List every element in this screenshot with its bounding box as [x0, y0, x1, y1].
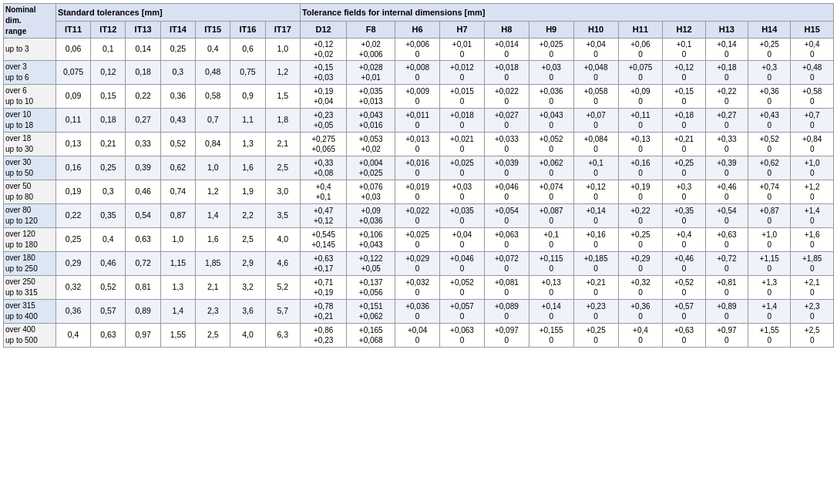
- h9-value: +0,0360: [529, 85, 573, 109]
- d12-value: +0,78+0,21: [300, 300, 346, 324]
- header-h9: H9: [529, 21, 573, 39]
- it-value: 0,52: [160, 133, 195, 156]
- it-value: 0,22: [55, 204, 90, 228]
- it-value: 0,21: [91, 133, 126, 156]
- h14-value: +1,550: [748, 324, 791, 348]
- f8-value: +0,043+0,016: [347, 109, 395, 133]
- h12-value: +0,150: [663, 85, 705, 109]
- it-value: 2,5: [196, 324, 230, 348]
- it-value: 4,0: [230, 324, 265, 348]
- it-value: 0,4: [55, 324, 90, 348]
- it-value: 1,4: [196, 204, 230, 228]
- h7-value: +0,0350: [440, 204, 485, 228]
- header-h8: H8: [484, 21, 529, 39]
- h8-value: +0,0180: [484, 61, 529, 85]
- h6-value: +0,0290: [395, 252, 440, 276]
- h7-value: +0,030: [440, 180, 485, 204]
- table-row: over 120up to 1800,250,40,631,01,62,54,0…: [4, 228, 834, 252]
- it-value: 0,54: [126, 204, 160, 228]
- it-value: 0,25: [55, 228, 90, 252]
- f8-value: +0,106+0,043: [347, 228, 395, 252]
- it-value: 0,27: [126, 109, 160, 133]
- h9-value: +0,0430: [529, 109, 573, 133]
- h13-value: +0,970: [705, 324, 748, 348]
- h12-value: +0,180: [663, 109, 705, 133]
- h14-value: +0,520: [748, 133, 791, 156]
- h14-value: +1,150: [748, 252, 791, 276]
- it-value: 0,075: [55, 61, 90, 85]
- table-row: over 18up to 300,130,210,330,520,841,32,…: [4, 133, 834, 156]
- h6-value: +0,0080: [395, 61, 440, 85]
- h11-value: +0,0750: [618, 61, 663, 85]
- h10-value: +0,0580: [573, 85, 618, 109]
- header-it12: IT12: [91, 21, 126, 39]
- h12-value: +0,570: [663, 300, 705, 324]
- header-it11: IT11: [55, 21, 90, 39]
- header-standard-tolerances: Standard tolerances [mm]: [55, 4, 300, 22]
- dim-range-cell: over 50up to 80: [4, 180, 56, 204]
- it-value: 6,3: [265, 324, 300, 348]
- h14-value: +0,430: [748, 109, 791, 133]
- h8-value: +0,0890: [484, 300, 529, 324]
- h14-value: +0,360: [748, 85, 791, 109]
- h12-value: +0,630: [663, 324, 705, 348]
- h6-value: +0,0160: [395, 156, 440, 180]
- it-value: 1,3: [230, 133, 265, 156]
- header-f8: F8: [347, 21, 395, 39]
- it-value: 0,1: [91, 39, 126, 61]
- it-value: 1,1: [230, 109, 265, 133]
- it-value: 0,4: [91, 228, 126, 252]
- it-value: 1,6: [196, 228, 230, 252]
- dim-range-cell: over 18up to 30: [4, 133, 56, 156]
- it-value: 0,81: [126, 276, 160, 300]
- h13-value: +0,270: [705, 109, 748, 133]
- it-value: 0,25: [160, 39, 195, 61]
- f8-value: +0,09+0,036: [347, 204, 395, 228]
- h15-value: +1,20: [791, 180, 834, 204]
- it-value: 0,46: [91, 252, 126, 276]
- h6-value: +0,0110: [395, 109, 440, 133]
- header-h6: H6: [395, 21, 440, 39]
- h14-value: +0,740: [748, 180, 791, 204]
- h10-value: +0,210: [573, 276, 618, 300]
- header-it16: IT16: [230, 21, 265, 39]
- it-value: 1,8: [265, 109, 300, 133]
- h14-value: +0,870: [748, 204, 791, 228]
- h13-value: +0,140: [705, 39, 748, 61]
- it-value: 0,09: [55, 85, 90, 109]
- table-row: over 30up to 500,160,250,390,621,01,62,5…: [4, 156, 834, 180]
- it-value: 0,3: [91, 180, 126, 204]
- it-value: 0,25: [91, 156, 126, 180]
- table-row: over 315up to 4000,360,570,891,42,33,65,…: [4, 300, 834, 324]
- h9-value: +0,130: [529, 276, 573, 300]
- h11-value: +0,130: [618, 133, 663, 156]
- h13-value: +0,220: [705, 85, 748, 109]
- it-value: 1,55: [160, 324, 195, 348]
- header-it17: IT17: [265, 21, 300, 39]
- it-value: 1,15: [160, 252, 195, 276]
- it-value: 1,9: [230, 180, 265, 204]
- it-value: 5,7: [265, 300, 300, 324]
- it-value: 4,0: [265, 228, 300, 252]
- it-value: 5,2: [265, 276, 300, 300]
- it-value: 1,4: [160, 300, 195, 324]
- h9-value: +0,0250: [529, 39, 573, 61]
- it-value: 0,13: [55, 133, 90, 156]
- h10-value: +0,120: [573, 180, 618, 204]
- it-value: 1,2: [265, 61, 300, 85]
- it-value: 0,63: [126, 228, 160, 252]
- h11-value: +0,220: [618, 204, 663, 228]
- dim-range-cell: over 80up to 120: [4, 204, 56, 228]
- h8-value: +0,0810: [484, 276, 529, 300]
- h7-value: +0,0520: [440, 276, 485, 300]
- it-value: 0,06: [55, 39, 90, 61]
- h14-value: +0,250: [748, 39, 791, 61]
- it-value: 1,2: [196, 180, 230, 204]
- h15-value: +1,40: [791, 204, 834, 228]
- it-value: 0,14: [126, 39, 160, 61]
- h15-value: +0,70: [791, 109, 834, 133]
- dim-range-cell: over 250up to 315: [4, 276, 56, 300]
- table-row: over 250up to 3150,320,520,811,32,13,25,…: [4, 276, 834, 300]
- h10-value: +0,230: [573, 300, 618, 324]
- it-value: 0,29: [55, 252, 90, 276]
